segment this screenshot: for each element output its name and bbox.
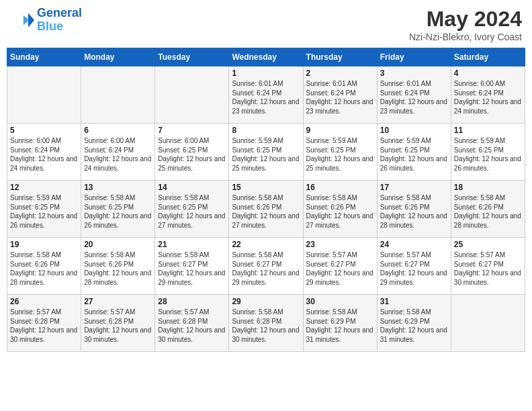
day-number: 10 <box>380 126 448 135</box>
day-number: 2 <box>306 68 374 78</box>
day-number: 22 <box>232 240 300 249</box>
day-info: Sunrise: 5:59 AMSunset: 6:25 PMDaylight:… <box>306 136 374 173</box>
logo-icon <box>10 8 34 32</box>
header-day-saturday: Saturday <box>451 48 525 66</box>
day-number: 17 <box>380 183 448 192</box>
header-day-wednesday: Wednesday <box>229 48 303 66</box>
calendar-cell <box>81 66 155 124</box>
calendar-cell: 20Sunrise: 5:58 AMSunset: 6:26 PMDayligh… <box>81 238 155 295</box>
day-number: 25 <box>454 240 522 249</box>
day-info: Sunrise: 5:59 AMSunset: 6:25 PMDaylight:… <box>10 193 78 230</box>
calendar-cell: 14Sunrise: 5:58 AMSunset: 6:25 PMDayligh… <box>155 181 229 238</box>
calendar-week-row: 19Sunrise: 5:58 AMSunset: 6:26 PMDayligh… <box>7 238 525 295</box>
calendar-cell: 2Sunrise: 6:01 AMSunset: 6:24 PMDaylight… <box>303 66 377 124</box>
header-day-monday: Monday <box>81 48 155 66</box>
calendar-cell: 27Sunrise: 5:57 AMSunset: 6:28 PMDayligh… <box>81 295 155 352</box>
header: General Blue May 2024 Nzi-Nzi-Blekro, Iv… <box>7 7 525 42</box>
day-info: Sunrise: 5:58 AMSunset: 6:25 PMDaylight:… <box>84 193 152 230</box>
day-number: 11 <box>454 126 522 135</box>
calendar-cell: 19Sunrise: 5:58 AMSunset: 6:26 PMDayligh… <box>7 238 81 295</box>
calendar-cell: 10Sunrise: 5:59 AMSunset: 6:25 PMDayligh… <box>377 124 451 181</box>
header-day-friday: Friday <box>377 48 451 66</box>
calendar-week-row: 5Sunrise: 6:00 AMSunset: 6:24 PMDaylight… <box>7 124 525 181</box>
day-info: Sunrise: 5:58 AMSunset: 6:25 PMDaylight:… <box>158 193 226 230</box>
day-number: 8 <box>232 126 300 135</box>
calendar-week-row: 26Sunrise: 5:57 AMSunset: 6:28 PMDayligh… <box>7 295 525 352</box>
day-number: 21 <box>158 240 226 249</box>
day-info: Sunrise: 5:58 AMSunset: 6:27 PMDaylight:… <box>232 250 300 287</box>
calendar-cell: 25Sunrise: 5:57 AMSunset: 6:27 PMDayligh… <box>451 238 525 295</box>
calendar-cell: 6Sunrise: 6:00 AMSunset: 6:24 PMDaylight… <box>81 124 155 181</box>
calendar-cell: 12Sunrise: 5:59 AMSunset: 6:25 PMDayligh… <box>7 181 81 238</box>
header-day-sunday: Sunday <box>7 48 81 66</box>
day-number: 7 <box>158 126 226 135</box>
day-info: Sunrise: 6:01 AMSunset: 6:24 PMDaylight:… <box>232 79 300 116</box>
day-info: Sunrise: 6:00 AMSunset: 6:24 PMDaylight:… <box>454 79 522 116</box>
logo-text: General Blue <box>37 7 82 34</box>
calendar-cell: 15Sunrise: 5:58 AMSunset: 6:26 PMDayligh… <box>229 181 303 238</box>
calendar-cell <box>451 295 525 352</box>
calendar-cell: 18Sunrise: 5:58 AMSunset: 6:26 PMDayligh… <box>451 181 525 238</box>
day-info: Sunrise: 5:59 AMSunset: 6:25 PMDaylight:… <box>232 136 300 173</box>
header-day-tuesday: Tuesday <box>155 48 229 66</box>
calendar-cell <box>155 66 229 124</box>
calendar-cell: 8Sunrise: 5:59 AMSunset: 6:25 PMDaylight… <box>229 124 303 181</box>
day-info: Sunrise: 5:57 AMSunset: 6:28 PMDaylight:… <box>10 308 78 344</box>
calendar-header-row: SundayMondayTuesdayWednesdayThursdayFrid… <box>7 48 525 66</box>
day-info: Sunrise: 5:57 AMSunset: 6:28 PMDaylight:… <box>84 308 152 344</box>
day-info: Sunrise: 5:58 AMSunset: 6:26 PMDaylight:… <box>306 193 374 230</box>
day-info: Sunrise: 6:01 AMSunset: 6:24 PMDaylight:… <box>306 79 374 116</box>
day-number: 28 <box>158 297 226 306</box>
day-info: Sunrise: 5:59 AMSunset: 6:25 PMDaylight:… <box>454 136 522 173</box>
day-info: Sunrise: 5:59 AMSunset: 6:25 PMDaylight:… <box>380 136 448 173</box>
day-number: 24 <box>380 240 448 249</box>
day-number: 13 <box>84 183 152 192</box>
day-number: 30 <box>306 297 374 306</box>
calendar-cell: 1Sunrise: 6:01 AMSunset: 6:24 PMDaylight… <box>229 66 303 124</box>
day-info: Sunrise: 6:00 AMSunset: 6:24 PMDaylight:… <box>84 136 152 173</box>
day-number: 27 <box>84 297 152 306</box>
calendar-table: SundayMondayTuesdayWednesdayThursdayFrid… <box>7 48 525 352</box>
day-number: 23 <box>306 240 374 249</box>
calendar-cell: 30Sunrise: 5:58 AMSunset: 6:29 PMDayligh… <box>303 295 377 352</box>
calendar-cell: 4Sunrise: 6:00 AMSunset: 6:24 PMDaylight… <box>451 66 525 124</box>
day-info: Sunrise: 5:58 AMSunset: 6:26 PMDaylight:… <box>454 193 522 230</box>
day-info: Sunrise: 5:58 AMSunset: 6:26 PMDaylight:… <box>380 193 448 230</box>
day-info: Sunrise: 5:58 AMSunset: 6:29 PMDaylight:… <box>380 308 448 344</box>
day-number: 4 <box>454 68 522 78</box>
month-year: May 2024 <box>409 7 522 32</box>
day-info: Sunrise: 6:00 AMSunset: 6:24 PMDaylight:… <box>10 136 78 173</box>
calendar-cell: 3Sunrise: 6:01 AMSunset: 6:24 PMDaylight… <box>377 66 451 124</box>
calendar-cell: 16Sunrise: 5:58 AMSunset: 6:26 PMDayligh… <box>303 181 377 238</box>
day-info: Sunrise: 5:58 AMSunset: 6:28 PMDaylight:… <box>232 308 300 344</box>
calendar-cell: 5Sunrise: 6:00 AMSunset: 6:24 PMDaylight… <box>7 124 81 181</box>
calendar-week-row: 1Sunrise: 6:01 AMSunset: 6:24 PMDaylight… <box>7 66 525 124</box>
title-block: May 2024 Nzi-Nzi-Blekro, Ivory Coast <box>409 7 522 42</box>
calendar-cell: 26Sunrise: 5:57 AMSunset: 6:28 PMDayligh… <box>7 295 81 352</box>
day-number: 9 <box>306 126 374 135</box>
day-number: 6 <box>84 126 152 135</box>
calendar-cell: 31Sunrise: 5:58 AMSunset: 6:29 PMDayligh… <box>377 295 451 352</box>
day-number: 31 <box>380 297 448 306</box>
day-info: Sunrise: 5:58 AMSunset: 6:26 PMDaylight:… <box>84 250 152 287</box>
day-number: 29 <box>232 297 300 306</box>
day-info: Sunrise: 5:57 AMSunset: 6:27 PMDaylight:… <box>306 250 374 287</box>
day-info: Sunrise: 5:57 AMSunset: 6:27 PMDaylight:… <box>454 250 522 287</box>
day-number: 15 <box>232 183 300 192</box>
calendar-cell: 13Sunrise: 5:58 AMSunset: 6:25 PMDayligh… <box>81 181 155 238</box>
calendar-cell: 29Sunrise: 5:58 AMSunset: 6:28 PMDayligh… <box>229 295 303 352</box>
day-number: 3 <box>380 68 448 78</box>
location: Nzi-Nzi-Blekro, Ivory Coast <box>409 32 522 42</box>
day-number: 5 <box>10 126 78 135</box>
day-number: 26 <box>10 297 78 306</box>
calendar-cell: 28Sunrise: 5:57 AMSunset: 6:28 PMDayligh… <box>155 295 229 352</box>
calendar-cell: 24Sunrise: 5:57 AMSunset: 6:27 PMDayligh… <box>377 238 451 295</box>
day-number: 14 <box>158 183 226 192</box>
logo: General Blue <box>10 7 82 34</box>
day-info: Sunrise: 5:57 AMSunset: 6:28 PMDaylight:… <box>158 308 226 344</box>
day-number: 16 <box>306 183 374 192</box>
day-info: Sunrise: 5:57 AMSunset: 6:27 PMDaylight:… <box>380 250 448 287</box>
day-info: Sunrise: 6:00 AMSunset: 6:25 PMDaylight:… <box>158 136 226 173</box>
day-info: Sunrise: 6:01 AMSunset: 6:24 PMDaylight:… <box>380 79 448 116</box>
day-number: 20 <box>84 240 152 249</box>
